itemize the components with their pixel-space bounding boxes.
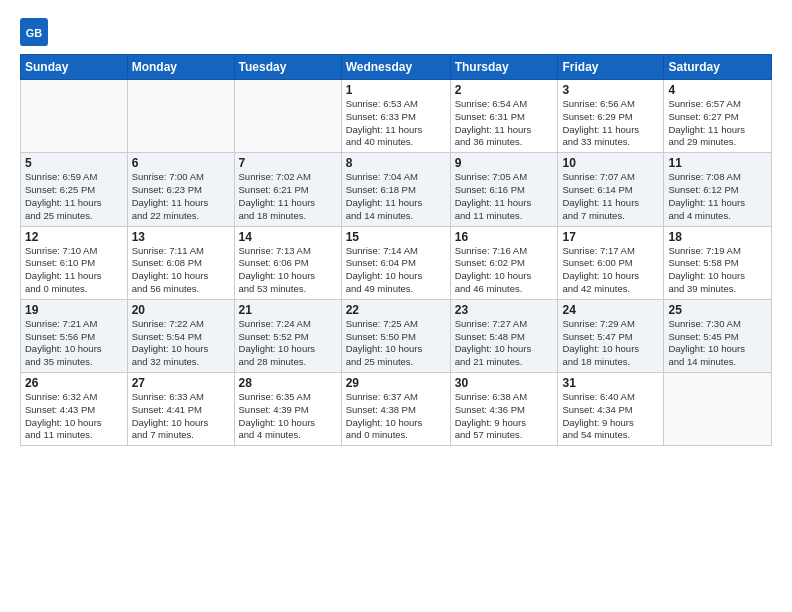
calendar-cell: 31Sunrise: 6:40 AM Sunset: 4:34 PM Dayli… xyxy=(558,373,664,446)
calendar-cell: 13Sunrise: 7:11 AM Sunset: 6:08 PM Dayli… xyxy=(127,226,234,299)
day-info: Sunrise: 6:32 AM Sunset: 4:43 PM Dayligh… xyxy=(25,391,123,442)
day-info: Sunrise: 6:37 AM Sunset: 4:38 PM Dayligh… xyxy=(346,391,446,442)
calendar-cell: 10Sunrise: 7:07 AM Sunset: 6:14 PM Dayli… xyxy=(558,153,664,226)
day-info: Sunrise: 7:19 AM Sunset: 5:58 PM Dayligh… xyxy=(668,245,767,296)
weekday-header-thursday: Thursday xyxy=(450,55,558,80)
calendar-cell: 30Sunrise: 6:38 AM Sunset: 4:36 PM Dayli… xyxy=(450,373,558,446)
day-number: 13 xyxy=(132,230,230,244)
day-number: 30 xyxy=(455,376,554,390)
calendar-cell: 16Sunrise: 7:16 AM Sunset: 6:02 PM Dayli… xyxy=(450,226,558,299)
day-number: 3 xyxy=(562,83,659,97)
weekday-header-saturday: Saturday xyxy=(664,55,772,80)
calendar-cell: 22Sunrise: 7:25 AM Sunset: 5:50 PM Dayli… xyxy=(341,299,450,372)
day-info: Sunrise: 7:05 AM Sunset: 6:16 PM Dayligh… xyxy=(455,171,554,222)
calendar-cell: 26Sunrise: 6:32 AM Sunset: 4:43 PM Dayli… xyxy=(21,373,128,446)
calendar-cell: 11Sunrise: 7:08 AM Sunset: 6:12 PM Dayli… xyxy=(664,153,772,226)
day-number: 24 xyxy=(562,303,659,317)
day-info: Sunrise: 7:13 AM Sunset: 6:06 PM Dayligh… xyxy=(239,245,337,296)
day-number: 17 xyxy=(562,230,659,244)
calendar-cell: 20Sunrise: 7:22 AM Sunset: 5:54 PM Dayli… xyxy=(127,299,234,372)
day-number: 15 xyxy=(346,230,446,244)
weekday-header-row: SundayMondayTuesdayWednesdayThursdayFrid… xyxy=(21,55,772,80)
day-number: 31 xyxy=(562,376,659,390)
calendar-cell: 1Sunrise: 6:53 AM Sunset: 6:33 PM Daylig… xyxy=(341,80,450,153)
week-row-2: 5Sunrise: 6:59 AM Sunset: 6:25 PM Daylig… xyxy=(21,153,772,226)
day-number: 11 xyxy=(668,156,767,170)
day-number: 8 xyxy=(346,156,446,170)
day-number: 29 xyxy=(346,376,446,390)
day-info: Sunrise: 6:54 AM Sunset: 6:31 PM Dayligh… xyxy=(455,98,554,149)
calendar-cell: 25Sunrise: 7:30 AM Sunset: 5:45 PM Dayli… xyxy=(664,299,772,372)
day-info: Sunrise: 7:27 AM Sunset: 5:48 PM Dayligh… xyxy=(455,318,554,369)
week-row-3: 12Sunrise: 7:10 AM Sunset: 6:10 PM Dayli… xyxy=(21,226,772,299)
day-number: 9 xyxy=(455,156,554,170)
day-number: 20 xyxy=(132,303,230,317)
calendar-cell: 21Sunrise: 7:24 AM Sunset: 5:52 PM Dayli… xyxy=(234,299,341,372)
weekday-header-friday: Friday xyxy=(558,55,664,80)
day-number: 2 xyxy=(455,83,554,97)
day-info: Sunrise: 7:02 AM Sunset: 6:21 PM Dayligh… xyxy=(239,171,337,222)
day-info: Sunrise: 7:21 AM Sunset: 5:56 PM Dayligh… xyxy=(25,318,123,369)
day-number: 21 xyxy=(239,303,337,317)
day-number: 4 xyxy=(668,83,767,97)
day-info: Sunrise: 7:30 AM Sunset: 5:45 PM Dayligh… xyxy=(668,318,767,369)
day-info: Sunrise: 7:04 AM Sunset: 6:18 PM Dayligh… xyxy=(346,171,446,222)
calendar-cell xyxy=(664,373,772,446)
calendar-cell: 6Sunrise: 7:00 AM Sunset: 6:23 PM Daylig… xyxy=(127,153,234,226)
calendar-cell: 2Sunrise: 6:54 AM Sunset: 6:31 PM Daylig… xyxy=(450,80,558,153)
calendar-cell: 12Sunrise: 7:10 AM Sunset: 6:10 PM Dayli… xyxy=(21,226,128,299)
logo: GB xyxy=(20,18,52,46)
calendar-cell: 18Sunrise: 7:19 AM Sunset: 5:58 PM Dayli… xyxy=(664,226,772,299)
day-info: Sunrise: 7:25 AM Sunset: 5:50 PM Dayligh… xyxy=(346,318,446,369)
calendar-cell xyxy=(127,80,234,153)
day-info: Sunrise: 6:56 AM Sunset: 6:29 PM Dayligh… xyxy=(562,98,659,149)
weekday-header-tuesday: Tuesday xyxy=(234,55,341,80)
week-row-4: 19Sunrise: 7:21 AM Sunset: 5:56 PM Dayli… xyxy=(21,299,772,372)
calendar-cell: 4Sunrise: 6:57 AM Sunset: 6:27 PM Daylig… xyxy=(664,80,772,153)
day-number: 16 xyxy=(455,230,554,244)
calendar-cell: 14Sunrise: 7:13 AM Sunset: 6:06 PM Dayli… xyxy=(234,226,341,299)
calendar-cell: 8Sunrise: 7:04 AM Sunset: 6:18 PM Daylig… xyxy=(341,153,450,226)
day-number: 25 xyxy=(668,303,767,317)
day-number: 10 xyxy=(562,156,659,170)
logo-icon: GB xyxy=(20,18,48,46)
day-number: 22 xyxy=(346,303,446,317)
calendar-cell: 19Sunrise: 7:21 AM Sunset: 5:56 PM Dayli… xyxy=(21,299,128,372)
day-number: 28 xyxy=(239,376,337,390)
day-number: 6 xyxy=(132,156,230,170)
calendar-cell: 7Sunrise: 7:02 AM Sunset: 6:21 PM Daylig… xyxy=(234,153,341,226)
day-info: Sunrise: 7:07 AM Sunset: 6:14 PM Dayligh… xyxy=(562,171,659,222)
day-info: Sunrise: 7:24 AM Sunset: 5:52 PM Dayligh… xyxy=(239,318,337,369)
day-number: 19 xyxy=(25,303,123,317)
day-number: 12 xyxy=(25,230,123,244)
calendar-cell xyxy=(234,80,341,153)
day-info: Sunrise: 7:14 AM Sunset: 6:04 PM Dayligh… xyxy=(346,245,446,296)
day-info: Sunrise: 6:53 AM Sunset: 6:33 PM Dayligh… xyxy=(346,98,446,149)
day-info: Sunrise: 7:11 AM Sunset: 6:08 PM Dayligh… xyxy=(132,245,230,296)
weekday-header-wednesday: Wednesday xyxy=(341,55,450,80)
day-info: Sunrise: 6:33 AM Sunset: 4:41 PM Dayligh… xyxy=(132,391,230,442)
calendar-cell: 23Sunrise: 7:27 AM Sunset: 5:48 PM Dayli… xyxy=(450,299,558,372)
day-info: Sunrise: 6:35 AM Sunset: 4:39 PM Dayligh… xyxy=(239,391,337,442)
calendar-cell: 15Sunrise: 7:14 AM Sunset: 6:04 PM Dayli… xyxy=(341,226,450,299)
day-info: Sunrise: 6:40 AM Sunset: 4:34 PM Dayligh… xyxy=(562,391,659,442)
day-info: Sunrise: 7:16 AM Sunset: 6:02 PM Dayligh… xyxy=(455,245,554,296)
weekday-header-monday: Monday xyxy=(127,55,234,80)
calendar-cell: 3Sunrise: 6:56 AM Sunset: 6:29 PM Daylig… xyxy=(558,80,664,153)
calendar-cell: 17Sunrise: 7:17 AM Sunset: 6:00 PM Dayli… xyxy=(558,226,664,299)
calendar-table: SundayMondayTuesdayWednesdayThursdayFrid… xyxy=(20,54,772,446)
week-row-5: 26Sunrise: 6:32 AM Sunset: 4:43 PM Dayli… xyxy=(21,373,772,446)
day-number: 14 xyxy=(239,230,337,244)
day-info: Sunrise: 7:29 AM Sunset: 5:47 PM Dayligh… xyxy=(562,318,659,369)
calendar-cell xyxy=(21,80,128,153)
day-number: 1 xyxy=(346,83,446,97)
calendar-cell: 5Sunrise: 6:59 AM Sunset: 6:25 PM Daylig… xyxy=(21,153,128,226)
weekday-header-sunday: Sunday xyxy=(21,55,128,80)
day-info: Sunrise: 6:57 AM Sunset: 6:27 PM Dayligh… xyxy=(668,98,767,149)
day-info: Sunrise: 6:59 AM Sunset: 6:25 PM Dayligh… xyxy=(25,171,123,222)
day-number: 5 xyxy=(25,156,123,170)
calendar-cell: 24Sunrise: 7:29 AM Sunset: 5:47 PM Dayli… xyxy=(558,299,664,372)
day-number: 23 xyxy=(455,303,554,317)
day-info: Sunrise: 7:22 AM Sunset: 5:54 PM Dayligh… xyxy=(132,318,230,369)
day-info: Sunrise: 7:10 AM Sunset: 6:10 PM Dayligh… xyxy=(25,245,123,296)
